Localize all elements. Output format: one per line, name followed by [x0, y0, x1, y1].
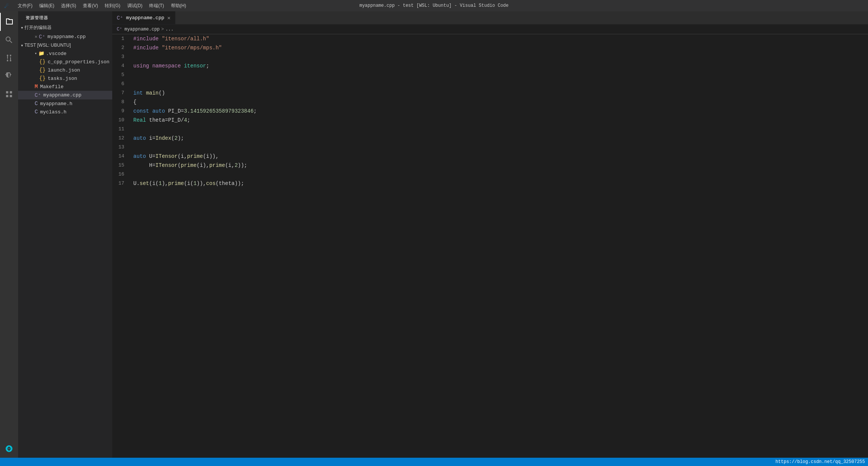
line-content-4: using namespace itensor;: [132, 61, 868, 70]
chevron-down-icon-3: ▾: [35, 51, 37, 56]
file-tasks[interactable]: {} tasks.json: [18, 74, 112, 83]
line-number-1: 1: [112, 34, 132, 43]
extensions-icon: [5, 90, 14, 99]
code-line-14[interactable]: 14auto U=ITensor(i,prime(i)),: [112, 152, 868, 161]
line-number-2: 2: [112, 43, 132, 52]
menu-help[interactable]: 帮助(H): [168, 2, 189, 10]
code-line-9[interactable]: 9const auto PI_D=3.14159265358979323846;: [112, 107, 868, 116]
tab-close-button[interactable]: ✕: [167, 15, 170, 21]
code-line-8[interactable]: 8{: [112, 98, 868, 107]
code-line-1[interactable]: 1#include "itensor/all.h": [112, 34, 868, 43]
file-label-launch: launch.json: [48, 67, 80, 73]
code-line-15[interactable]: 15 H=ITensor(prime(i),prime(i,2));: [112, 161, 868, 170]
file-myappname-h[interactable]: C myappname.h: [18, 99, 112, 108]
menu-select[interactable]: 选择(S): [58, 2, 79, 10]
vscode-folder[interactable]: ▾ 📁 .vscode: [18, 49, 112, 58]
line-number-13: 13: [112, 143, 132, 152]
code-line-12[interactable]: 12auto i=Index(2);: [112, 134, 868, 143]
line-number-4: 4: [112, 61, 132, 70]
file-launch[interactable]: {} launch.json: [18, 66, 112, 74]
line-content-11: [132, 125, 868, 134]
close-icon[interactable]: ✕: [35, 34, 37, 40]
vscode-folder-label: .vscode: [46, 51, 67, 57]
code-line-3[interactable]: 3: [112, 52, 868, 61]
line-content-1: #include "itensor/all.h": [132, 34, 868, 43]
sidebar-title: 资源管理器: [18, 11, 112, 23]
file-myappname-cpp[interactable]: C⁺ myappname.cpp: [18, 91, 112, 99]
line-number-16: 16: [112, 170, 132, 179]
makefile-icon: M: [35, 84, 38, 90]
line-number-3: 3: [112, 52, 132, 61]
workspace-header[interactable]: ▾ TEST [WSL: UBUNTU]: [18, 41, 112, 49]
code-line-10[interactable]: 10Real theta=PI_D/4;: [112, 116, 868, 125]
menu-goto[interactable]: 转到(G): [102, 2, 123, 10]
line-number-7: 7: [112, 89, 132, 98]
file-label-myappname-h: myappname.h: [40, 101, 72, 107]
activity-source-control[interactable]: [0, 49, 18, 67]
breadcrumb-separator: >: [161, 27, 164, 32]
file-label-makefile: Makefile: [40, 84, 63, 90]
code-line-13[interactable]: 13: [112, 143, 868, 152]
status-bar-right: https://blog.csdn.net/qq_32507255: [775, 459, 865, 464]
status-watermark: https://blog.csdn.net/qq_32507255: [775, 459, 865, 464]
line-content-16: [132, 170, 868, 179]
code-line-7[interactable]: 7int main(): [112, 89, 868, 98]
tab-cpp-icon: C⁺: [117, 15, 123, 21]
workspace-label: TEST [WSL: UBUNTU]: [24, 43, 71, 48]
file-myclass-h[interactable]: C myclass.h: [18, 108, 112, 116]
status-bar: https://blog.csdn.net/qq_32507255: [0, 458, 868, 466]
code-line-16[interactable]: 16: [112, 170, 868, 179]
line-number-6: 6: [112, 79, 132, 89]
file-label-c-cpp: c_cpp_properties.json: [48, 59, 110, 65]
line-number-8: 8: [112, 98, 132, 107]
line-content-8: {: [132, 98, 868, 107]
line-content-5: [132, 70, 868, 79]
open-file-label: myappname.cpp: [47, 34, 85, 40]
breadcrumb-file-icon: C⁺: [117, 26, 122, 32]
file-c-cpp-properties[interactable]: {} c_cpp_properties.json: [18, 58, 112, 66]
activity-remote[interactable]: [0, 440, 18, 458]
activity-bar: [0, 11, 18, 458]
activity-debug[interactable]: [0, 67, 18, 85]
line-number-9: 9: [112, 107, 132, 116]
cpp-file-icon: C⁺: [39, 34, 45, 40]
svg-point-3: [10, 60, 11, 61]
open-editors-label: 打开的编辑器: [24, 24, 52, 31]
file-makefile[interactable]: M Makefile: [18, 83, 112, 91]
vscode-logo: ☄: [5, 2, 9, 10]
debug-icon: [5, 72, 14, 81]
tab-filename: myappname.cpp: [126, 15, 164, 21]
menu-file[interactable]: 文件(F): [15, 2, 35, 10]
line-number-5: 5: [112, 70, 132, 79]
menu-view[interactable]: 查看(V): [80, 2, 101, 10]
menu-terminal[interactable]: 终端(T): [146, 2, 167, 10]
tab-myappname[interactable]: C⁺ myappname.cpp ✕: [112, 11, 175, 24]
code-editor[interactable]: 1#include "itensor/all.h"2#include "iten…: [112, 34, 868, 458]
source-control-icon: [5, 53, 14, 63]
code-line-6[interactable]: 6: [112, 79, 868, 89]
line-number-14: 14: [112, 152, 132, 161]
code-line-11[interactable]: 11: [112, 125, 868, 134]
menu-debug[interactable]: 调试(D): [124, 2, 146, 10]
menu-edit[interactable]: 编辑(E): [36, 2, 57, 10]
open-editors-header[interactable]: ▾ 打开的编辑器: [18, 23, 112, 32]
code-line-5[interactable]: 5: [112, 70, 868, 79]
line-content-17: U.set(i(1),prime(i(1)),cos(theta));: [132, 179, 868, 188]
remote-icon: [5, 444, 14, 453]
activity-extensions[interactable]: [0, 85, 18, 103]
breadcrumb-filename: myappname.cpp: [124, 27, 160, 32]
line-content-14: auto U=ITensor(i,prime(i)),: [132, 152, 868, 161]
breadcrumb: C⁺ myappname.cpp > ...: [112, 24, 868, 34]
line-number-15: 15: [112, 161, 132, 170]
open-file-myappname[interactable]: ✕ C⁺ myappname.cpp: [18, 32, 112, 41]
sidebar: 资源管理器 ▾ 打开的编辑器 ✕ C⁺ myappname.cpp ▾ TEST…: [18, 11, 112, 458]
activity-explorer[interactable]: [0, 13, 18, 31]
code-line-2[interactable]: 2#include "itensor/mps/mps.h": [112, 43, 868, 52]
code-line-4[interactable]: 4using namespace itensor;: [112, 61, 868, 70]
svg-point-2: [10, 55, 11, 56]
cpp-icon-1: C⁺: [35, 92, 41, 98]
line-content-7: int main(): [132, 89, 868, 98]
activity-search[interactable]: [0, 31, 18, 49]
code-line-17[interactable]: 17U.set(i(1),prime(i(1)),cos(theta));: [112, 179, 868, 188]
search-icon: [5, 35, 14, 44]
